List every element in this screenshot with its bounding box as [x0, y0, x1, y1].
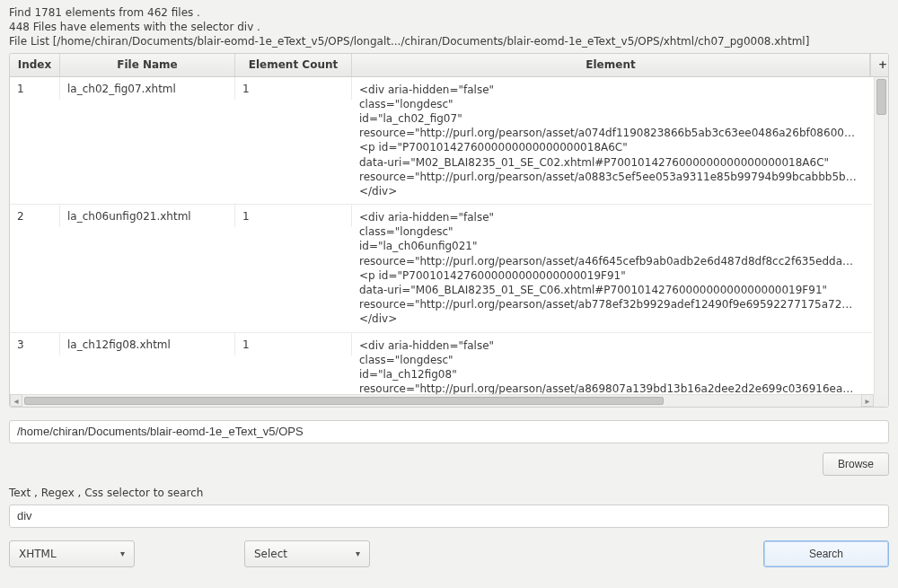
cell-element: <div aria-hidden="false" class="longdesc… [352, 205, 872, 332]
browse-button[interactable]: Browse [823, 452, 889, 476]
summary-files-with-selector: 448 Files have elements with the selecto… [9, 20, 889, 34]
summary-file-list-path: File List [/home/chiran/Documents/blair-… [9, 34, 889, 48]
cell-file-name: la_ch06unfig021.xhtml [60, 205, 235, 227]
cell-element-count: 1 [235, 77, 352, 100]
cell-index: 3 [10, 333, 60, 355]
chevron-down-icon: ▾ [356, 549, 360, 558]
table-body: 1 la_ch02_fig07.xhtml 1 <div aria-hidden… [10, 77, 872, 394]
scrollbar-corner [874, 394, 888, 407]
chevron-down-icon: ▾ [120, 549, 125, 558]
cell-file-name: la_ch02_fig07.xhtml [60, 77, 235, 100]
directory-path-input[interactable] [9, 420, 889, 443]
table-header-row: Index File Name Element Count Element + [10, 54, 888, 77]
results-table: Index File Name Element Count Element + … [9, 53, 889, 408]
column-header-index[interactable]: Index [10, 54, 60, 76]
table-row[interactable]: 3 la_ch12fig08.xhtml 1 <div aria-hidden=… [10, 333, 872, 394]
horizontal-scrollbar-thumb[interactable] [24, 397, 664, 405]
column-header-element-count[interactable]: Element Count [235, 54, 352, 76]
cell-element-count: 1 [235, 333, 352, 355]
search-hint-label: Text , Regex , Css selector to search [9, 487, 889, 499]
scroll-left-icon[interactable]: ◂ [10, 394, 22, 407]
table-row[interactable]: 2 la_ch06unfig021.xhtml 1 <div aria-hidd… [10, 205, 872, 333]
table-row[interactable]: 1 la_ch02_fig07.xhtml 1 <div aria-hidden… [10, 77, 872, 206]
cell-index: 1 [10, 77, 60, 100]
file-type-select-value: XHTML [19, 548, 57, 560]
file-type-select[interactable]: XHTML ▾ [9, 540, 135, 567]
summary-elements-found: Find 1781 elements from 462 files . [9, 5, 889, 20]
vertical-scrollbar[interactable] [874, 77, 888, 394]
cell-element-count: 1 [235, 205, 352, 227]
search-mode-select-value: Select [254, 548, 287, 560]
scroll-right-icon[interactable]: ▸ [861, 394, 874, 407]
cell-element: <div aria-hidden="false" class="longdesc… [352, 333, 872, 394]
column-header-file-name[interactable]: File Name [60, 54, 235, 76]
search-input[interactable] [9, 505, 889, 528]
add-column-button[interactable]: + [870, 54, 888, 76]
search-button[interactable]: Search [763, 540, 889, 567]
horizontal-scrollbar[interactable]: ◂ ▸ [10, 394, 874, 407]
search-mode-select[interactable]: Select ▾ [244, 540, 370, 567]
column-header-element[interactable]: Element [352, 54, 870, 76]
cell-file-name: la_ch12fig08.xhtml [60, 333, 235, 355]
vertical-scrollbar-thumb[interactable] [876, 79, 886, 115]
cell-index: 2 [10, 205, 60, 227]
cell-element: <div aria-hidden="false" class="longdesc… [352, 77, 872, 205]
